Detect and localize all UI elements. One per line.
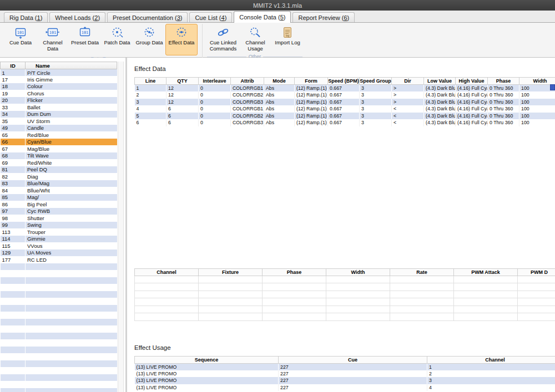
effect-id-cell[interactable] xyxy=(1,312,26,319)
cell[interactable]: 227 xyxy=(279,363,427,370)
cell[interactable]: 6 xyxy=(167,119,199,126)
cell[interactable]: 100 xyxy=(519,119,555,126)
effect-list-empty-row[interactable] xyxy=(1,291,117,298)
effect-name-cell[interactable]: VVous xyxy=(26,242,117,250)
cell[interactable]: 0 xyxy=(199,99,231,106)
cell[interactable]: 3 xyxy=(135,99,167,106)
cell[interactable]: 2 xyxy=(135,91,167,99)
effect-list-row[interactable]: 33Ballet xyxy=(1,104,117,111)
tab-rig-data[interactable]: Rig Data (1) xyxy=(4,12,48,22)
cell[interactable]: 0.667 xyxy=(328,85,360,92)
effect-name-cell[interactable]: Ballet xyxy=(26,104,117,111)
cell[interactable]: (4.3) Dark Blue xyxy=(424,99,456,106)
effect-list-row[interactable]: 177RC LED xyxy=(1,256,117,263)
cell[interactable] xyxy=(454,276,518,283)
effect-list-row[interactable]: 129UA Moves xyxy=(1,250,117,257)
effect-id-cell[interactable] xyxy=(1,374,26,381)
cell[interactable] xyxy=(135,291,199,298)
channel-override-empty-row[interactable] xyxy=(135,298,555,306)
effect-name-cell[interactable]: Trouper xyxy=(26,228,117,236)
effect-name-cell[interactable] xyxy=(26,367,117,374)
cell[interactable]: < xyxy=(392,113,424,120)
effect-list-row[interactable]: 17Iris Gimme xyxy=(1,76,117,83)
cell[interactable]: 0.667 xyxy=(328,99,360,106)
cell[interactable]: 100 xyxy=(519,113,555,120)
effect-list-empty-row[interactable] xyxy=(1,360,117,368)
cell[interactable] xyxy=(326,283,390,291)
cell[interactable] xyxy=(199,313,263,321)
effect-list-row[interactable]: 49Candle xyxy=(1,125,117,132)
cell[interactable]: 100 xyxy=(519,105,555,113)
effect-id-cell[interactable]: 68 xyxy=(1,152,26,160)
effect-list-empty-row[interactable] xyxy=(1,381,117,388)
effect-name-cell[interactable]: Big Peel xyxy=(26,201,117,208)
cell[interactable]: (4.3) Dark Blue xyxy=(424,119,456,126)
effect-name-cell[interactable]: Iris Gimme xyxy=(26,76,117,83)
toolbar-button-cue-linked-commands[interactable]: Cue Linked Commands xyxy=(207,24,239,53)
effect-list-row[interactable]: 99Swing xyxy=(1,222,117,229)
cell[interactable]: Abs xyxy=(264,99,295,106)
channel-override-empty-row[interactable] xyxy=(135,276,555,283)
effect-name-cell[interactable] xyxy=(26,305,117,312)
effect-list-empty-row[interactable] xyxy=(1,284,117,291)
effect-id-cell[interactable] xyxy=(1,339,26,347)
cell[interactable] xyxy=(390,276,454,283)
cell[interactable]: 1 xyxy=(427,363,555,370)
effect-id-cell[interactable]: 33 xyxy=(1,104,26,111)
effect-id-cell[interactable]: 82 xyxy=(1,173,26,180)
cell[interactable]: Abs xyxy=(264,105,295,113)
cell[interactable] xyxy=(518,291,555,298)
effect-list-empty-row[interactable] xyxy=(1,298,117,305)
effect-list-row[interactable]: 84Bllue/Wht xyxy=(1,187,117,194)
channel-override-empty-row[interactable] xyxy=(135,306,555,313)
cell[interactable]: 6 xyxy=(135,119,167,126)
effect-name-cell[interactable]: Flicker xyxy=(26,97,117,104)
effect-list-empty-row[interactable] xyxy=(1,353,117,360)
effect-list-empty-row[interactable] xyxy=(1,277,117,284)
effect-list-empty-row[interactable] xyxy=(1,339,117,347)
cell[interactable]: 0 Thru 360 xyxy=(488,85,519,92)
cell[interactable] xyxy=(326,276,390,283)
cell[interactable]: 0 xyxy=(199,105,231,113)
effect-id-cell[interactable]: 35 xyxy=(1,118,26,125)
cell[interactable] xyxy=(263,276,326,283)
tab-preset-documentation[interactable]: Preset Documentation (3) xyxy=(107,12,188,22)
cell[interactable] xyxy=(263,283,326,291)
cell[interactable] xyxy=(135,276,199,283)
effect-id-cell[interactable]: 1 xyxy=(1,69,26,77)
effect-id-cell[interactable] xyxy=(1,284,26,291)
cell[interactable]: COLORRGB1 xyxy=(231,105,264,113)
effect-list-row[interactable]: 20Flicker xyxy=(1,97,117,104)
cell[interactable]: (4.16) Full Cyan xyxy=(456,85,488,92)
effect-data-row[interactable]: 560COLORRGB2Abs(12) Ramp.(1)0.6673<(4.3)… xyxy=(135,113,555,120)
cell[interactable] xyxy=(263,306,326,313)
cell[interactable]: (13) LIVE PROMO xyxy=(135,384,279,391)
effect-id-cell[interactable]: 17 xyxy=(1,76,26,83)
effect-name-cell[interactable]: Mag/Blue xyxy=(26,145,117,152)
cell[interactable]: > xyxy=(392,91,424,99)
effect-name-cell[interactable] xyxy=(26,277,117,284)
cell[interactable]: (13) LIVE PROMO xyxy=(135,377,279,384)
effect-list-scrollbar[interactable] xyxy=(118,62,124,392)
cell[interactable]: 3 xyxy=(360,85,392,92)
cell[interactable]: 227 xyxy=(279,384,427,391)
cell[interactable]: 0 Thru 360 xyxy=(488,119,519,126)
effect-list-empty-row[interactable] xyxy=(1,325,117,333)
toolbar-button-group-data[interactable]: Group Data xyxy=(133,24,165,49)
effect-name-cell[interactable]: Blue/Mag xyxy=(26,180,117,187)
effect-name-cell[interactable] xyxy=(26,312,117,319)
cell[interactable]: (4.3) Dark Blue xyxy=(424,91,456,99)
cell[interactable]: 0.667 xyxy=(328,119,360,126)
effect-name-cell[interactable] xyxy=(26,270,117,277)
cell[interactable]: (12) Ramp.(1) xyxy=(295,99,328,106)
toolbar-button-patch-data[interactable]: Patch Data xyxy=(101,24,133,49)
effect-table-scrollbar-thumb[interactable] xyxy=(550,84,555,90)
effect-list-row[interactable]: 66Cyan/Blue xyxy=(1,139,117,146)
effect-name-cell[interactable] xyxy=(26,333,117,340)
effect-list-row[interactable]: 85Mag/ xyxy=(1,194,117,201)
cell[interactable] xyxy=(199,291,263,298)
cell[interactable]: (4.3) Dark Blue xyxy=(424,113,456,120)
cell[interactable]: COLORRGB1 xyxy=(231,85,264,92)
toolbar-button-effect-data[interactable]: Effect Data xyxy=(165,24,198,55)
effect-name-cell[interactable] xyxy=(26,263,117,271)
